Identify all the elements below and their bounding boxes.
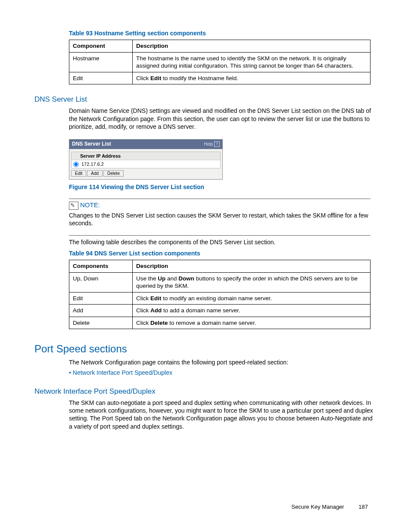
dns-row[interactable]: 172.17.6.2 (72, 160, 220, 168)
help-icon: ? (214, 141, 220, 147)
table-row: Add Click Add to add a domain name serve… (69, 305, 371, 317)
dns-row-radio[interactable] (73, 162, 79, 167)
table-94: Components Description Up, Down Use the … (69, 260, 371, 329)
port-speed-sub-heading: Network Interface Port Speed/Duplex (34, 387, 377, 396)
note-icon: ✎ (69, 202, 78, 210)
edit-button[interactable]: Edit (71, 170, 86, 177)
page-number: 187 (358, 504, 368, 510)
footer-title: Secure Key Manager (292, 504, 344, 510)
dns-heading: DNS Server List (34, 95, 377, 104)
dns-panel-title: DNS Server List (72, 141, 111, 148)
port-speed-heading: Port Speed sections (34, 342, 377, 355)
port-speed-sub-para: The SKM can auto-negotiate a port speed … (69, 399, 377, 430)
add-button[interactable]: Add (87, 170, 103, 177)
table-94-h2: Description (133, 260, 371, 273)
table-93-h1: Component (69, 40, 133, 53)
note-divider-top (69, 199, 371, 199)
dns-row-ip: 172.17.6.2 (81, 161, 104, 167)
note-label: ✎NOTE: (69, 201, 377, 210)
list-item: Network Interface Port Speed/Duplex (69, 369, 377, 376)
dns-lead-para: The following table describes the compon… (69, 238, 377, 246)
note-divider-bottom (69, 235, 371, 236)
dns-panel-titlebar: DNS Server List Help ? (69, 140, 222, 149)
table-row: Edit Click Edit to modify an existing do… (69, 292, 371, 305)
dns-server-list-panel: DNS Server List Help ? Server IP Address… (69, 139, 223, 180)
figure-114-caption: Figure 114 Viewing the DNS Server List s… (69, 183, 377, 191)
port-speed-link[interactable]: Network Interface Port Speed/Duplex (73, 369, 172, 376)
page-footer: Secure Key Manager 187 (34, 504, 377, 511)
port-speed-para: The Network Configuration page contains … (69, 358, 377, 366)
table-94-caption: Table 94 DNS Server List section compone… (69, 249, 377, 257)
table-93-h2: Description (133, 40, 371, 53)
dns-paragraph: Domain Name Service (DNS) settings are v… (69, 107, 377, 131)
table-row: Edit Click Edit to modify the Hostname f… (69, 72, 371, 84)
table-93-caption: Table 93 Hostname Setting section compon… (69, 29, 377, 37)
help-link[interactable]: Help ? (204, 141, 220, 147)
table-row: Hostname The hostname is the name used t… (69, 52, 371, 72)
table-94-h1: Components (69, 260, 133, 273)
table-row: Up, Down Use the Up and Down buttons to … (69, 272, 371, 292)
delete-button[interactable]: Delete (103, 170, 124, 177)
dns-col-header: Server IP Address (72, 152, 220, 160)
table-row: Delete Click Delete to remove a domain n… (69, 317, 371, 329)
note-body: Changes to the DNS Server List section c… (69, 212, 377, 227)
table-93: Component Description Hostname The hostn… (69, 40, 371, 84)
